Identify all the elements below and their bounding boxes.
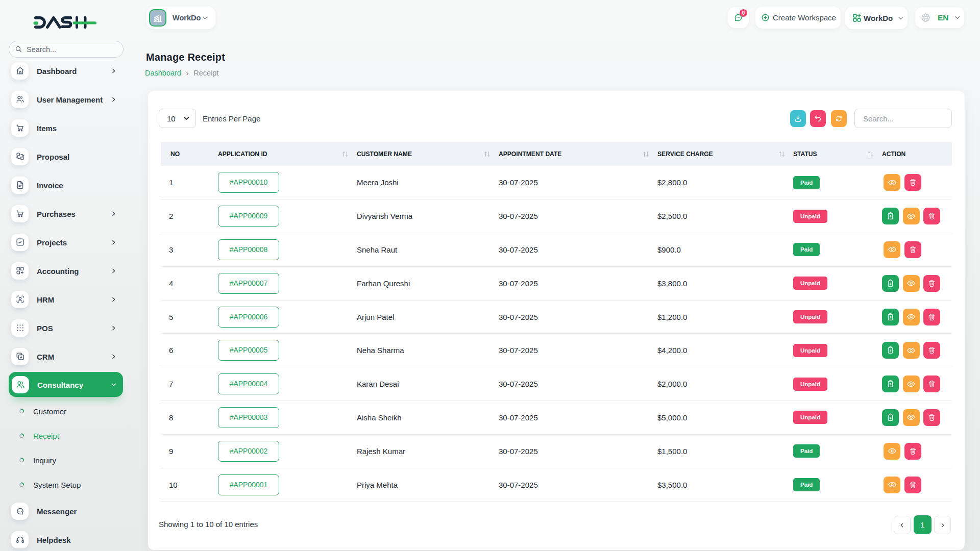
svg-text:$: $ bbox=[890, 348, 892, 352]
svg-text:$: $ bbox=[890, 382, 892, 386]
svg-text:$: $ bbox=[890, 214, 892, 218]
svg-text:$: $ bbox=[890, 315, 892, 319]
svg-text:$: $ bbox=[890, 282, 892, 285]
svg-text:$: $ bbox=[890, 416, 892, 419]
